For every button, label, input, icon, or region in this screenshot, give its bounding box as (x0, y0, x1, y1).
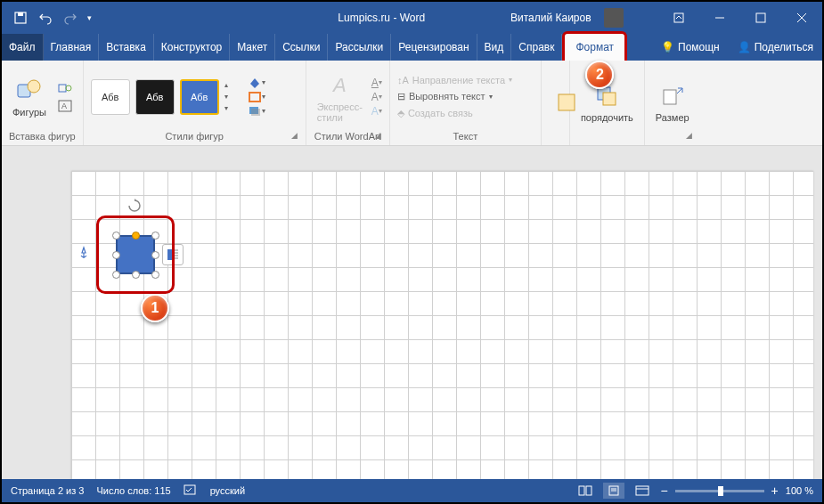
undo-icon[interactable] (37, 10, 53, 26)
language-indicator[interactable]: русский (210, 485, 245, 496)
document-area[interactable]: 1 (2, 146, 822, 479)
shape-fill-button[interactable]: ▾ (248, 77, 265, 89)
rotate-handle-icon[interactable] (126, 198, 143, 214)
group-label: Стили WordArt (314, 129, 382, 143)
close-button[interactable] (781, 2, 822, 34)
text-direction-icon: ↕A (397, 75, 409, 85)
shapes-button[interactable]: Фигуры (9, 75, 50, 119)
style-preset-1[interactable]: Абв (91, 79, 130, 115)
group-label: Вставка фигур (9, 129, 76, 143)
create-link-button[interactable]: ⬘Создать связь (397, 107, 512, 120)
tell-me-button[interactable]: 💡 Помощн (652, 34, 729, 61)
shape-effects-button[interactable]: ▾ (248, 105, 265, 118)
callout-badge-1: 1 (141, 294, 169, 322)
edit-shape-icon[interactable] (55, 80, 75, 96)
spellcheck-icon[interactable] (184, 484, 198, 498)
group-label: Стили фигур (91, 129, 298, 143)
svg-rect-9 (59, 85, 66, 92)
anchor-icon (80, 246, 94, 264)
qat-dropdown-icon[interactable]: ▾ (87, 13, 92, 22)
word-count[interactable]: Число слов: 115 (96, 485, 170, 496)
text-effects-button[interactable]: A▾ (371, 105, 382, 118)
style-preset-2[interactable]: Абв (135, 79, 175, 115)
svg-rect-31 (636, 486, 649, 495)
minimize-button[interactable] (699, 2, 740, 34)
tab-review[interactable]: Рецензирован (391, 34, 477, 61)
share-button[interactable]: 👤 Поделиться (729, 34, 822, 61)
statusbar: Страница 2 из 3 Число слов: 115 русский … (2, 479, 822, 502)
maximize-button[interactable] (740, 2, 781, 34)
svg-rect-27 (586, 486, 591, 495)
gridlines (71, 171, 813, 479)
word-app-window: ▾ Lumpics.ru - Word Виталий Каиров Файл … (0, 0, 824, 504)
zoom-out-button[interactable]: − (660, 484, 667, 498)
svg-rect-2 (674, 13, 683, 22)
ribbon-options-icon[interactable] (658, 2, 699, 34)
read-mode-icon[interactable] (575, 483, 596, 499)
align-text-icon: ⊟ (397, 91, 405, 102)
svg-rect-18 (603, 93, 616, 105)
tab-insert[interactable]: Вставка (99, 34, 154, 61)
svg-rect-4 (756, 13, 765, 22)
group-wordart-styles: A Экспресс- стили A▾ A▾ A▾ Стили WordArt… (306, 61, 390, 145)
zoom-level[interactable]: 100 % (786, 485, 813, 496)
tab-mailings[interactable]: Рассылки (328, 34, 391, 61)
style-gallery-more[interactable]: ▴▾▾ (224, 81, 237, 112)
dialog-launcher-icon[interactable]: ◢ (375, 131, 388, 143)
dialog-launcher-icon[interactable]: ◢ (291, 131, 304, 143)
text-direction-button[interactable]: ↕AНаправление текста▾ (397, 74, 512, 86)
redo-icon[interactable] (62, 10, 78, 26)
size-button[interactable]: Размер (652, 80, 693, 125)
svg-rect-26 (579, 486, 584, 495)
lightbulb-icon: 💡 (661, 41, 674, 53)
callout-highlight-1 (96, 215, 175, 294)
tab-format[interactable]: Формат (562, 31, 627, 61)
user-avatar[interactable] (604, 8, 624, 28)
window-title: Lumpics.ru - Word (338, 12, 425, 24)
web-layout-icon[interactable] (632, 483, 653, 499)
style-preset-3[interactable]: Абв (180, 79, 219, 115)
page: 1 (71, 171, 813, 479)
ribbon: Фигуры A Вставка фигур Абв Абв Абв ▴▾▾ ▾… (2, 61, 822, 146)
tab-references[interactable]: Ссылки (275, 34, 328, 61)
svg-rect-13 (249, 93, 260, 102)
text-fill-button[interactable]: A▾ (371, 77, 382, 89)
svg-rect-19 (664, 90, 676, 104)
svg-point-10 (66, 85, 71, 91)
wordart-quick-styles[interactable]: A Экспресс- стили (314, 69, 366, 125)
share-icon: 👤 (738, 41, 751, 53)
group-size: Размер ◢ (645, 61, 700, 145)
text-outline-button[interactable]: A▾ (371, 91, 382, 103)
tab-layout[interactable]: Макет (230, 34, 275, 61)
tab-view[interactable]: Вид (477, 34, 512, 61)
tab-file[interactable]: Файл (2, 34, 44, 61)
svg-rect-15 (251, 109, 260, 116)
tab-home[interactable]: Главная (44, 34, 100, 61)
group-accessibility (542, 61, 570, 145)
group-text: ↕AНаправление текста▾ ⊟Выровнять текст▾ … (390, 61, 542, 145)
align-text-button[interactable]: ⊟Выровнять текст▾ (397, 90, 512, 103)
group-insert-shapes: Фигуры A Вставка фигур (2, 61, 84, 145)
tab-design[interactable]: Конструктор (154, 34, 230, 61)
group-label: Текст (397, 129, 534, 143)
svg-text:A: A (61, 102, 67, 110)
svg-rect-1 (18, 12, 23, 16)
link-icon: ⬘ (397, 108, 404, 119)
titlebar: ▾ Lumpics.ru - Word Виталий Каиров (2, 2, 822, 34)
zoom-in-button[interactable]: + (771, 484, 779, 498)
tab-help[interactable]: Справк (511, 34, 562, 61)
svg-point-8 (28, 80, 40, 93)
dialog-launcher-icon[interactable]: ◢ (686, 131, 698, 143)
shape-outline-button[interactable]: ▾ (248, 91, 265, 103)
ribbon-tabs: Файл Главная Вставка Конструктор Макет С… (2, 34, 822, 61)
text-box-icon[interactable]: A (55, 98, 75, 114)
zoom-slider[interactable] (675, 490, 764, 492)
page-indicator[interactable]: Страница 2 из 3 (11, 485, 84, 496)
print-layout-icon[interactable] (603, 483, 624, 499)
group-shape-styles: Абв Абв Абв ▴▾▾ ▾ ▾ ▾ Стили фигур ◢ (84, 61, 306, 145)
user-name[interactable]: Виталий Каиров (510, 12, 591, 24)
autosave-icon[interactable] (12, 10, 29, 26)
